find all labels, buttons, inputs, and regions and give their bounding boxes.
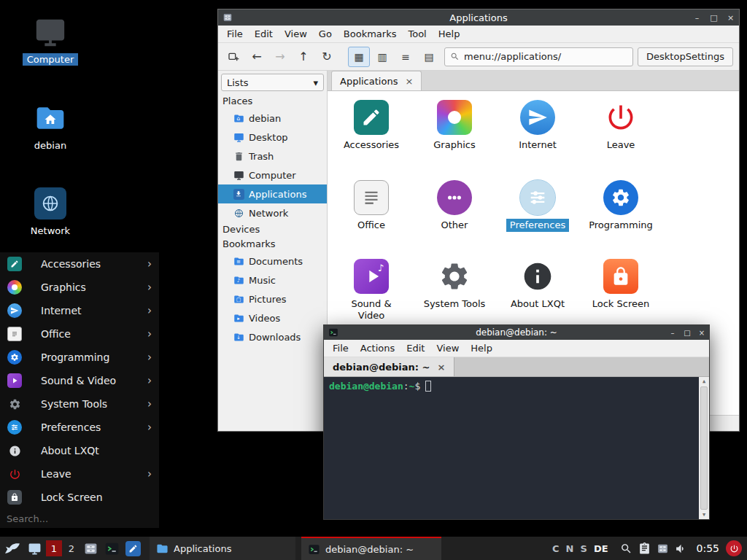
menu-item-system-tools[interactable]: System Tools › — [0, 392, 159, 416]
menu-item-accessories[interactable]: Accessories › — [0, 252, 159, 276]
desktop-icon-home[interactable]: debian — [15, 101, 85, 152]
submenu-arrow-icon: › — [147, 421, 152, 434]
menu-item-graphics[interactable]: Graphics › — [0, 276, 159, 299]
terminal-titlebar[interactable]: debian@debian: ~ – □ × — [324, 325, 709, 340]
app-tile-programming[interactable]: Programming — [584, 180, 657, 232]
terminal-menu-help[interactable]: Help — [465, 340, 498, 357]
tray-clipboard-icon[interactable] — [635, 537, 654, 560]
tray-search-icon[interactable] — [617, 537, 635, 560]
fm-menu-bookmarks[interactable]: Bookmarks — [338, 26, 403, 42]
app-tile-preferences[interactable]: Preferences — [501, 180, 574, 232]
sidebar-item-applications[interactable]: Applications — [218, 184, 327, 203]
terminal-scrollbar[interactable]: ▲ ▼ — [699, 377, 709, 519]
fm-menu-edit[interactable]: Edit — [249, 26, 279, 42]
sidebar-item-desktop[interactable]: Desktop — [218, 128, 327, 147]
sidebar-item-pictures[interactable]: ▢ Pictures — [218, 289, 327, 308]
app-tile-graphics[interactable]: Graphics — [418, 100, 491, 152]
app-tile-system-tools[interactable]: System Tools — [418, 259, 491, 311]
shutdown-tray-button[interactable] — [726, 540, 742, 556]
sidebar-item-home[interactable]: ⌂ debian — [218, 109, 327, 128]
maximize-button[interactable]: □ — [680, 329, 694, 337]
workspace-1-button[interactable]: 1 — [46, 540, 62, 556]
new-tab-button[interactable] — [222, 47, 244, 67]
detailed-view-button[interactable]: ▤ — [418, 47, 440, 67]
app-tile-office[interactable]: Office — [335, 180, 408, 232]
quicklaunch-terminal[interactable] — [101, 537, 123, 560]
app-tile-accessories[interactable]: Accessories — [335, 100, 408, 152]
fm-tab-applications[interactable]: Applications × — [331, 71, 422, 90]
sidebar-mode-dropdown[interactable]: Lists ▾ — [221, 74, 324, 91]
thumbnail-view-button[interactable]: ▥ — [371, 47, 393, 67]
sidebar-item-videos[interactable]: ▸ Videos — [218, 308, 327, 327]
sidebar-item-network[interactable]: Network — [218, 203, 327, 222]
tab-close-icon[interactable]: × — [405, 76, 413, 87]
scrollbar-thumb[interactable] — [700, 386, 708, 510]
up-button[interactable]: ↑ — [293, 47, 314, 67]
task-button-file-manager[interactable]: Applications — [150, 537, 295, 560]
menu-item-office[interactable]: Office › — [0, 322, 159, 346]
compact-view-button[interactable]: ≡ — [395, 47, 417, 67]
pictures-folder-icon: ▢ — [233, 293, 244, 305]
menu-item-lock-screen[interactable]: Lock Screen — [0, 486, 159, 509]
menu-item-sound-video[interactable]: Sound & Video › — [0, 369, 159, 392]
quicklaunch-editor[interactable] — [123, 537, 144, 560]
fm-menu-file[interactable]: File — [221, 26, 249, 42]
icon-view-button[interactable]: ▦ — [348, 47, 370, 67]
menu-item-about-lxqt[interactable]: About LXQt — [0, 439, 159, 462]
quicklaunch-file-manager[interactable] — [80, 537, 101, 560]
path-input[interactable] — [464, 51, 627, 62]
app-tile-other[interactable]: Other — [418, 180, 491, 232]
fm-menu-help[interactable]: Help — [433, 26, 466, 42]
workspace-2-button[interactable]: 2 — [63, 540, 80, 556]
menu-item-programming[interactable]: Programming › — [0, 346, 159, 369]
app-tile-leave[interactable]: Leave — [584, 100, 657, 152]
sidebar-item-trash[interactable]: Trash — [218, 147, 327, 166]
keyboard-indicator[interactable]: C N S DE — [552, 543, 608, 554]
menu-item-preferences[interactable]: Preferences › — [0, 416, 159, 439]
terminal-tab[interactable]: debian@debian: ~ × — [324, 357, 454, 376]
start-menu-button[interactable] — [0, 537, 24, 560]
refresh-button[interactable]: ↻ — [316, 47, 338, 67]
desktop-icon-network[interactable]: Network — [15, 186, 85, 237]
forward-button[interactable]: → — [269, 47, 291, 67]
maximize-button[interactable]: □ — [705, 13, 722, 23]
fm-menu-tool[interactable]: Tool — [402, 26, 432, 42]
scroll-down-icon[interactable]: ▼ — [699, 510, 709, 519]
terminal-screen[interactable]: debian@debian:~$ ▲ ▼ — [324, 377, 709, 519]
sidebar-item-downloads[interactable]: ↓ Downloads — [218, 327, 327, 346]
tray-app-icon[interactable] — [654, 537, 672, 560]
minimize-button[interactable]: – — [689, 13, 705, 23]
desktop-icon-computer[interactable]: Computer — [15, 15, 85, 66]
minimize-button[interactable]: – — [665, 329, 680, 337]
terminal-menu-file[interactable]: File — [327, 340, 355, 357]
app-tile-sound-video[interactable]: ♪ Sound & Video — [335, 259, 408, 323]
app-tile-lock-screen[interactable]: Lock Screen — [584, 259, 657, 311]
volume-button[interactable] — [672, 537, 690, 560]
sidebar-item-music[interactable]: ♪ Music — [218, 271, 327, 289]
terminal-menu-view[interactable]: View — [430, 340, 465, 357]
app-tile-about-lxqt[interactable]: About LXQt — [501, 259, 574, 311]
show-desktop-button[interactable] — [24, 537, 45, 560]
menu-item-leave[interactable]: Leave › — [0, 462, 159, 486]
clock[interactable]: 0:55 — [697, 542, 719, 554]
sidebar-item-documents[interactable]: ≡ Documents — [218, 252, 327, 271]
scroll-up-icon[interactable]: ▲ — [699, 377, 709, 386]
app-tile-internet[interactable]: Internet — [501, 100, 574, 152]
back-button[interactable]: ← — [246, 47, 268, 67]
desktop-settings-button[interactable]: DesktopSettings — [638, 47, 733, 66]
other-icon — [437, 180, 472, 215]
submenu-arrow-icon: › — [147, 374, 152, 387]
close-button[interactable]: × — [694, 329, 709, 337]
fm-menu-view[interactable]: View — [279, 26, 313, 42]
tab-close-icon[interactable]: × — [437, 362, 445, 373]
fm-titlebar[interactable]: Applications – □ × — [218, 9, 739, 26]
terminal-menu-actions[interactable]: Actions — [355, 340, 401, 357]
fm-menu-go[interactable]: Go — [313, 26, 338, 42]
terminal-menu-edit[interactable]: Edit — [400, 340, 430, 357]
sidebar-item-computer[interactable]: Computer — [218, 166, 327, 184]
task-button-terminal[interactable]: debian@debian: ~ — [301, 537, 441, 560]
menu-item-internet[interactable]: Internet › — [0, 299, 159, 322]
menu-search-input[interactable] — [7, 513, 152, 524]
close-button[interactable]: × — [722, 13, 739, 23]
app-tile-label: Accessories — [340, 139, 403, 152]
